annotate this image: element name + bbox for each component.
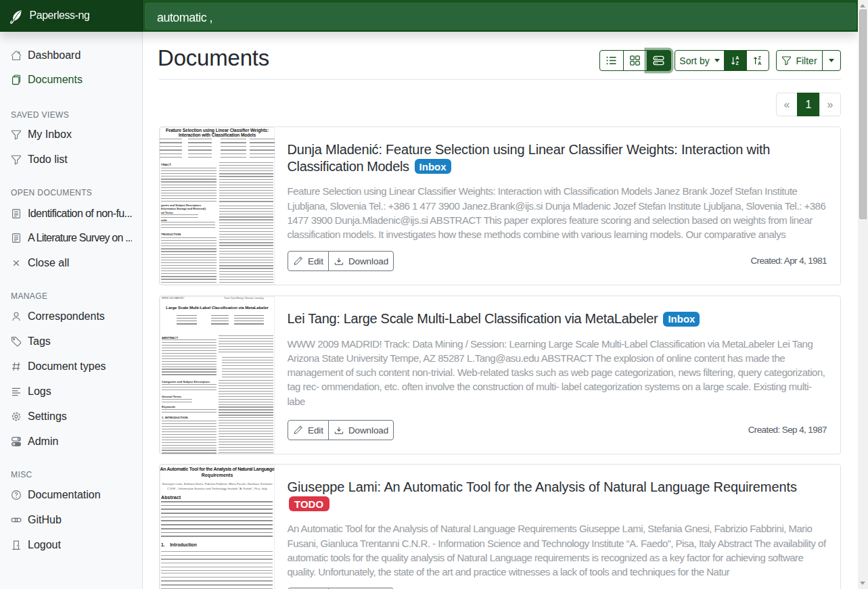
svg-text:A: A [735,55,739,60]
svg-text:A: A [758,61,761,66]
svg-text:Z: Z [736,61,739,66]
svg-text:Z: Z [758,55,762,60]
